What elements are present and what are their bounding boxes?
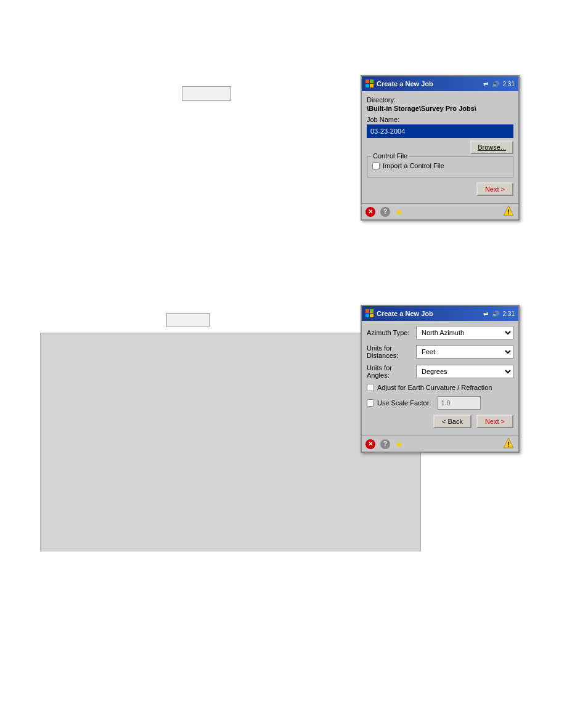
- earth-curvature-checkbox[interactable]: [367, 384, 374, 391]
- job-name-input[interactable]: [367, 124, 513, 138]
- next-button-2[interactable]: Next >: [476, 415, 513, 428]
- dialog2-button-row: < Back Next >: [367, 415, 513, 428]
- units-angles-label: Units for Angles:: [367, 364, 416, 379]
- scale-factor-checkbox[interactable]: [367, 399, 374, 407]
- dialog-create-job-2: Create a New Job ⇄ 🔊 2:31 Azimuth Type: …: [361, 305, 520, 453]
- svg-rect-1: [370, 79, 374, 83]
- small-button-1[interactable]: [182, 86, 231, 101]
- titlebar-1: Create a New Job ⇄ 🔊 2:31: [362, 76, 518, 91]
- azimuth-type-row: Azimuth Type: North Azimuth: [367, 326, 513, 339]
- titlebar-right-2: ⇄ 🔊 2:31: [483, 310, 515, 317]
- dialog2-body: Azimuth Type: North Azimuth Units for Di…: [362, 321, 518, 436]
- units-angles-row: Units for Angles: Degrees: [367, 364, 513, 379]
- earth-curvature-label: Adjust for Earth Curvature / Refraction: [377, 384, 492, 391]
- browse-button[interactable]: Browse...: [470, 140, 513, 154]
- help-icon-2[interactable]: ?: [380, 439, 390, 449]
- scale-factor-label: Use Scale Factor:: [377, 399, 431, 407]
- taskbar-1: ✕ ? ★ !: [362, 203, 518, 219]
- svg-text:!: !: [507, 209, 509, 216]
- titlebar-left-2: Create a New Job: [365, 309, 433, 318]
- alert-icon-2: !: [502, 437, 515, 451]
- windows-logo-icon-2: [365, 309, 374, 318]
- directory-value: \Built-in Storage\Survey Pro Jobs\: [367, 105, 513, 112]
- close-icon-2[interactable]: ✕: [365, 439, 375, 449]
- volume-icon: 🔊: [492, 81, 499, 87]
- job-name-label: Job Name:: [367, 116, 513, 123]
- windows-logo-icon: [365, 79, 374, 88]
- taskbar-left-icons-1: ✕ ? ★: [365, 207, 403, 217]
- taskbar-left-icons-2: ✕ ? ★: [365, 439, 403, 449]
- titlebar-right-1: ⇄ 🔊 2:31: [483, 81, 515, 87]
- control-file-group: Control File Import a Control File: [367, 156, 513, 177]
- units-distances-select[interactable]: Feet: [416, 345, 513, 359]
- favorites-icon-2[interactable]: ★: [395, 439, 403, 449]
- control-file-legend: Control File: [371, 152, 409, 160]
- dialog-create-job-1: Create a New Job ⇄ 🔊 2:31 Directory: \Bu…: [361, 75, 520, 221]
- alert-icon: !: [502, 205, 515, 219]
- volume-icon-2: 🔊: [492, 310, 499, 317]
- svg-rect-3: [370, 84, 374, 87]
- azimuth-type-control: North Azimuth: [416, 326, 513, 339]
- titlebar-left-1: Create a New Job: [365, 79, 433, 88]
- earth-curvature-row: Adjust for Earth Curvature / Refraction: [367, 384, 513, 391]
- import-control-file-checkbox[interactable]: [372, 162, 380, 169]
- next-button-1[interactable]: Next >: [476, 182, 513, 196]
- units-angles-control: Degrees: [416, 365, 513, 378]
- small-button-2[interactable]: [166, 313, 210, 327]
- units-distances-row: Units for Distances: Feet: [367, 344, 513, 359]
- clock-display: 2:31: [503, 81, 515, 87]
- azimuth-type-label: Azimuth Type:: [367, 329, 416, 336]
- units-distances-control: Feet: [416, 345, 513, 359]
- dialog1-body: Directory: \Built-in Storage\Survey Pro …: [362, 91, 518, 203]
- svg-text:!: !: [507, 441, 509, 448]
- taskbar-2: ✕ ? ★ !: [362, 436, 518, 452]
- svg-rect-7: [370, 309, 374, 313]
- titlebar-2: Create a New Job ⇄ 🔊 2:31: [362, 306, 518, 321]
- clock-display-2: 2:31: [503, 310, 515, 317]
- dialog1-title: Create a New Job: [377, 80, 433, 87]
- svg-rect-2: [365, 84, 369, 87]
- favorites-icon[interactable]: ★: [395, 207, 403, 217]
- help-icon[interactable]: ?: [380, 207, 390, 217]
- back-button[interactable]: < Back: [433, 415, 472, 428]
- connection-icon: ⇄: [483, 81, 488, 87]
- directory-label: Directory:: [367, 96, 513, 103]
- svg-rect-0: [365, 79, 369, 83]
- units-distances-label: Units for Distances:: [367, 344, 416, 359]
- svg-rect-9: [370, 314, 374, 317]
- scale-factor-row: Use Scale Factor:: [367, 396, 513, 410]
- close-icon[interactable]: ✕: [365, 207, 375, 217]
- connection-icon-2: ⇄: [483, 310, 488, 317]
- azimuth-type-select[interactable]: North Azimuth: [416, 326, 513, 339]
- scale-factor-input[interactable]: [438, 396, 481, 410]
- svg-rect-8: [365, 314, 369, 317]
- dialog2-title: Create a New Job: [377, 310, 433, 317]
- import-control-file-label: Import a Control File: [383, 162, 444, 169]
- svg-rect-6: [365, 309, 369, 313]
- units-angles-select[interactable]: Degrees: [416, 365, 513, 378]
- import-control-file-row: Import a Control File: [372, 162, 508, 169]
